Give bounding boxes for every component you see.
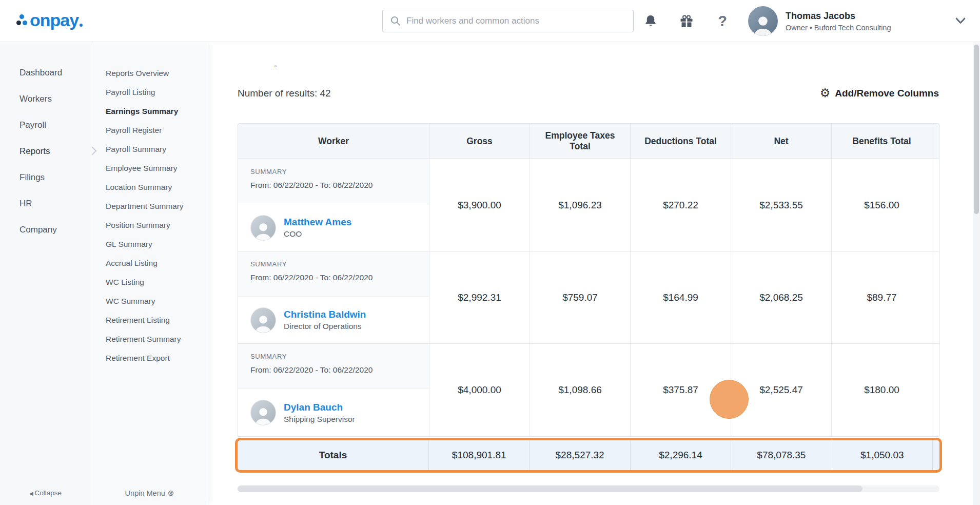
gift-icon (679, 14, 694, 28)
summary-block: SUMMARY From: 06/22/2020 - To: 06/22/202… (238, 159, 429, 204)
clipped-cell (932, 159, 939, 251)
sidebar-item-company[interactable]: Company (0, 217, 91, 243)
worker-avatar (250, 400, 276, 425)
sidebar-item-hr[interactable]: HR (0, 190, 91, 217)
page-title-dash: - (274, 61, 277, 71)
submenu-item-wc-listing[interactable]: WC Listing (91, 273, 208, 292)
clipped-cell (932, 251, 939, 343)
sidebar-item-reports-label: Reports (19, 146, 50, 156)
submenu-item-position-summary[interactable]: Position Summary (91, 216, 208, 235)
column-header-worker: Worker (238, 124, 429, 159)
gear-icon: ⚙ (820, 87, 831, 99)
submenu-item-department-summary[interactable]: Department Summary (91, 197, 208, 216)
add-remove-columns-button[interactable]: ⚙ Add/Remove Columns (820, 87, 939, 99)
benefits-value: $180.00 (831, 344, 932, 436)
column-header-deductions-total: Deductions Total (630, 124, 731, 159)
submenu-item-employee-summary[interactable]: Employee Summary (91, 159, 208, 178)
clipped-cell (932, 344, 939, 436)
submenu-item-reports-overview[interactable]: Reports Overview (91, 64, 208, 83)
submenu-item-wc-summary[interactable]: WC Summary (91, 292, 208, 310)
sidebar-item-reports[interactable]: Reports (0, 138, 91, 164)
totals-net: $78,078.35 (731, 440, 831, 470)
table-body: SUMMARY From: 06/22/2020 - To: 06/22/202… (238, 159, 939, 437)
results-count: Number of results: 42 (238, 88, 331, 99)
table-row: SUMMARY From: 06/22/2020 - To: 06/22/202… (238, 251, 939, 344)
net-value: $2,068.25 (731, 251, 831, 343)
worker-name-link[interactable]: Dylan Bauch (284, 402, 355, 413)
submenu-item-retirement-summary[interactable]: Retirement Summary (91, 329, 208, 348)
unpin-menu-button[interactable]: Unpin Menu⊗ (91, 489, 208, 498)
deductions-value: $270.22 (630, 159, 731, 251)
sidebar-item-payroll[interactable]: Payroll (0, 112, 91, 138)
deductions-value: $164.99 (630, 251, 731, 343)
summary-label: SUMMARY (250, 168, 429, 176)
onpay-logo-mark (15, 11, 29, 29)
chevron-down-icon[interactable] (955, 17, 966, 24)
submenu-item-payroll-register[interactable]: Payroll Register (91, 121, 208, 140)
horizontal-scrollbar-thumb[interactable] (238, 485, 863, 492)
submenu-item-retirement-listing[interactable]: Retirement Listing (91, 310, 208, 329)
totals-gross: $108,901.81 (428, 440, 529, 470)
unpin-menu-label: Unpin Menu (125, 489, 165, 497)
employee-taxes-value: $1,098.66 (530, 344, 630, 436)
worker-title: COO (284, 229, 351, 239)
user-role-company: Owner • Buford Tech Consulting (786, 24, 891, 32)
gift-button[interactable] (678, 12, 695, 30)
totals-label: Totals (238, 440, 428, 470)
onpay-logo-text: onpay (30, 11, 79, 29)
bell-icon (643, 14, 658, 28)
sidebar-item-workers[interactable]: Workers (0, 86, 91, 112)
column-header-benefits-total: Benefits Total (831, 124, 932, 159)
user-menu[interactable]: Thomas Jacobs Owner • Buford Tech Consul… (748, 0, 980, 42)
sidebar-item-filings[interactable]: Filings (0, 164, 91, 190)
search-icon (390, 15, 401, 27)
onpay-logo-period (80, 24, 83, 27)
search-input[interactable] (406, 16, 633, 26)
avatar-silhouette-icon (252, 220, 274, 240)
totals-row: Totals $108,901.81 $28,527.32 $2,296.14 … (235, 438, 942, 473)
submenu-item-accrual-listing[interactable]: Accrual Listing (91, 254, 208, 273)
column-header-employee-taxes-total: Employee Taxes Total (530, 124, 630, 159)
worker-name-link[interactable]: Matthew Ames (284, 217, 351, 228)
totals-employee-taxes: $28,527.32 (529, 440, 630, 470)
submenu-item-location-summary[interactable]: Location Summary (91, 178, 208, 197)
submenu-item-payroll-listing[interactable]: Payroll Listing (91, 83, 208, 102)
notifications-button[interactable] (642, 12, 659, 30)
collapse-button[interactable]: ◀Collapse (0, 489, 91, 497)
worker-name-link[interactable]: Christina Baldwin (284, 309, 366, 320)
avatar-silhouette-icon (252, 312, 274, 333)
submenu-item-payroll-summary[interactable]: Payroll Summary (91, 140, 208, 159)
primary-sidebar: Dashboard Workers Payroll Reports Filing… (0, 42, 91, 505)
table-row: SUMMARY From: 06/22/2020 - To: 06/22/202… (238, 344, 939, 436)
help-button[interactable]: ? (714, 12, 731, 30)
vertical-scrollbar[interactable] (973, 42, 980, 505)
summary-block: SUMMARY From: 06/22/2020 - To: 06/22/202… (238, 251, 429, 297)
unpin-icon: ⊗ (168, 489, 174, 497)
avatar-silhouette-icon (252, 404, 274, 425)
topbar: onpay ? (0, 0, 980, 42)
global-search (382, 10, 634, 32)
net-value: $2,533.55 (731, 159, 831, 251)
earnings-summary-table: Worker Gross Employee Taxes Total Deduct… (238, 123, 939, 473)
benefits-value: $156.00 (831, 159, 932, 251)
employee-taxes-value: $1,096.23 (530, 159, 630, 251)
summary-label: SUMMARY (250, 260, 429, 268)
user-avatar (748, 6, 778, 36)
horizontal-scrollbar[interactable] (238, 485, 939, 492)
gross-value: $3,900.00 (429, 159, 530, 251)
column-header-gross: Gross (429, 124, 530, 159)
benefits-value: $89.77 (831, 251, 932, 343)
collapse-arrow-icon: ◀ (29, 491, 33, 496)
submenu-item-retirement-export[interactable]: Retirement Export (91, 348, 208, 367)
summary-date-range: From: 06/22/2020 - To: 06/22/2020 (250, 181, 429, 190)
table-header-row: Worker Gross Employee Taxes Total Deduct… (238, 123, 939, 159)
avatar-silhouette-icon (751, 12, 775, 36)
gross-value: $2,992.31 (429, 251, 530, 343)
onpay-logo[interactable]: onpay (15, 11, 83, 29)
submenu-item-gl-summary[interactable]: GL Summary (91, 235, 208, 254)
sidebar-item-dashboard[interactable]: Dashboard (0, 60, 91, 86)
submenu-item-earnings-summary[interactable]: Earnings Summary (91, 102, 208, 121)
user-name: Thomas Jacobs (786, 11, 891, 22)
totals-deductions: $2,296.14 (630, 440, 731, 470)
vertical-scrollbar-thumb[interactable] (974, 45, 979, 214)
